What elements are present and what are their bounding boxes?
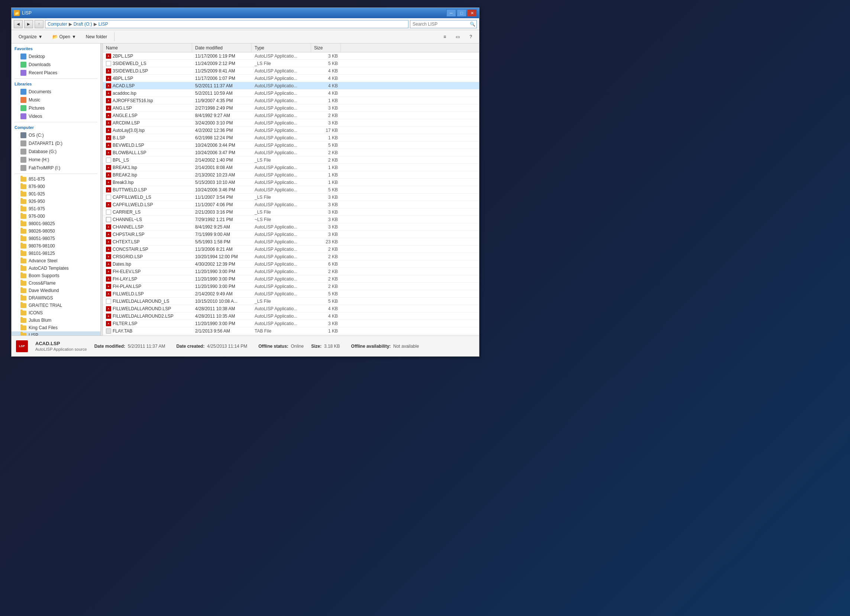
back-button[interactable]: ◀: [14, 20, 22, 28]
table-row[interactable]: A CHTEXT.LSP 5/5/1993 1:58 PM AutoLISP A…: [103, 238, 479, 245]
table-row[interactable]: A FH-LAY.LSP 11/20/1990 3:00 PM AutoLISP…: [103, 275, 479, 283]
sidebar-item-graitec[interactable]: GRAITEC TRIAL: [12, 302, 100, 309]
table-row[interactable]: A CHANNEL.LSP 8/4/1992 9:25 AM AutoLISP …: [103, 223, 479, 231]
table-row[interactable]: FLAY.TAB 2/1/2013 9:56 AM TAB File 1 KB: [103, 327, 479, 335]
sidebar-item-downloads[interactable]: Downloads: [12, 61, 100, 69]
organize-button[interactable]: Organize ▼: [15, 31, 47, 42]
sidebar-item-98001[interactable]: 98001-98025: [12, 220, 100, 227]
table-row[interactable]: A BEVWELD.LSP 10/24/2006 3:44 PM AutoLIS…: [103, 142, 479, 149]
minimize-button[interactable]: ─: [446, 9, 456, 17]
sidebar-item-datapart1[interactable]: DATAPART1 (D:): [12, 139, 100, 148]
table-row[interactable]: CHANNEL~LS 7/29/1992 1:21 PM ~LS File 3 …: [103, 216, 479, 223]
sidebar-item-julius-blum[interactable]: Julius Blum: [12, 317, 100, 324]
new-folder-button[interactable]: New folder: [82, 31, 111, 42]
table-row[interactable]: A Break3.lsp 5/15/2003 10:10 AM AutoLISP…: [103, 179, 479, 186]
table-row[interactable]: A FILLWELDALLAROUND.LSP 4/28/2011 10:38 …: [103, 305, 479, 312]
table-row[interactable]: A FH-PLAN.LSP 11/20/1990 3:00 PM AutoLIS…: [103, 283, 479, 290]
table-row[interactable]: A ANGLE.LSP 8/4/1992 9:27 AM AutoLISP Ap…: [103, 112, 479, 119]
col-header-date[interactable]: Date modified: [192, 43, 251, 52]
sidebar-item-951[interactable]: 951-975: [12, 205, 100, 212]
table-row[interactable]: FILLWELDALLAROUND_LS 10/15/2010 10:08 A.…: [103, 298, 479, 305]
sidebar-item-videos[interactable]: Videos: [12, 112, 100, 120]
table-row[interactable]: 3SIDEWELD_LS 11/24/2009 2:12 PM _LS File…: [103, 60, 479, 67]
sidebar-item-drawings[interactable]: DRAWINGS: [12, 294, 100, 302]
forward-button[interactable]: ▶: [24, 20, 33, 28]
sidebar-computer-header[interactable]: Computer: [12, 124, 100, 131]
search-icon[interactable]: 🔍: [470, 22, 475, 27]
sidebar-item-advance-steel[interactable]: Advance Steel: [12, 257, 100, 265]
table-row[interactable]: A 2BPL.LSP 11/17/2006 1:19 PM AutoLISP A…: [103, 52, 479, 60]
table-row[interactable]: A CHPSTAIR.LSP 7/1/1999 9:00 AM AutoLISP…: [103, 231, 479, 238]
table-row[interactable]: A FILTER.LSP 11/20/1990 3:00 PM AutoLISP…: [103, 320, 479, 327]
sidebar-item-music[interactable]: Music: [12, 96, 100, 104]
sidebar-item-icons[interactable]: ICONS: [12, 309, 100, 317]
table-row[interactable]: A 4BPL.LSP 11/17/2006 1:07 PM AutoLISP A…: [103, 75, 479, 82]
sidebar-item-desktop[interactable]: Desktop: [12, 52, 100, 61]
open-dropdown-icon: ▼: [72, 34, 76, 39]
view-details-button[interactable]: ≡: [439, 31, 450, 42]
sidebar-item-926[interactable]: 926-950: [12, 198, 100, 205]
sidebar-item-lisp[interactable]: LISP: [12, 331, 100, 335]
table-row[interactable]: A B.LSP 6/2/1998 12:24 PM AutoLISP Appli…: [103, 134, 479, 142]
sidebar-item-98076[interactable]: 98076-98100: [12, 242, 100, 250]
sidebar-item-recent[interactable]: Recent Places: [12, 69, 100, 77]
sidebar-libraries-header[interactable]: Libraries: [12, 80, 100, 88]
table-row[interactable]: A AJROFFSET516.lsp 11/9/2007 4:35 PM Aut…: [103, 97, 479, 105]
address-path[interactable]: Computer ▶ Draft (O:) ▶ LISP: [45, 20, 409, 28]
table-row[interactable]: A acaddoc.lsp 5/2/2011 10:59 AM AutoLISP…: [103, 90, 479, 97]
file-name-cell: A CHPSTAIR.LSP: [103, 232, 192, 237]
sidebar-item-database[interactable]: Database (G:): [12, 148, 100, 155]
table-row[interactable]: A FILLWELDALLAROUND2.LSP 4/28/2011 10:35…: [103, 312, 479, 320]
sidebar-item-documents[interactable]: Documents: [12, 88, 100, 96]
sidebar-item-901[interactable]: 901-925: [12, 190, 100, 198]
path-draft[interactable]: Draft (O:): [73, 22, 92, 27]
table-row[interactable]: A BREAK2.lsp 2/13/2002 10:23 AM AutoLISP…: [103, 171, 479, 179]
search-input[interactable]: [410, 20, 477, 28]
table-row[interactable]: A FILLWELD.LSP 2/14/2002 9:49 AM AutoLIS…: [103, 290, 479, 298]
sidebar-item-851[interactable]: 851-875: [12, 175, 100, 183]
table-row[interactable]: A 3SIDEWELD.LSP 11/25/2009 8:41 AM AutoL…: [103, 67, 479, 75]
table-row[interactable]: A Dates.lsp 4/30/2002 12:39 PM AutoLISP …: [103, 260, 479, 268]
table-row[interactable]: A CAPFILLWELD.LSP 11/1/2007 4:06 PM Auto…: [103, 201, 479, 208]
table-row[interactable]: A ANG.LSP 2/27/1998 2:49 PM AutoLISP App…: [103, 105, 479, 112]
open-button[interactable]: 📂 Open ▼: [48, 31, 80, 42]
sidebar-favorites-header[interactable]: Favorites: [12, 45, 100, 52]
up-button[interactable]: ↑: [34, 20, 43, 28]
help-button[interactable]: ?: [465, 31, 476, 42]
sidebar-item-fabtrol[interactable]: FabTrolMRP (I:): [12, 164, 100, 172]
sidebar-item-dave[interactable]: Dave Wiedlund: [12, 287, 100, 294]
table-row[interactable]: A ACAD.LSP 5/2/2011 11:37 AM AutoLISP Ap…: [103, 82, 479, 90]
col-header-type[interactable]: Type: [251, 43, 311, 52]
table-row[interactable]: A FH-ELEV.LSP 11/20/1990 3:00 PM AutoLIS…: [103, 268, 479, 275]
sidebar-item-pictures[interactable]: Pictures: [12, 104, 100, 112]
table-row[interactable]: A AutoLay[3.0].lsp 4/2/2002 12:36 PM Aut…: [103, 127, 479, 134]
sidebar-item-king-cad[interactable]: King Cad Files: [12, 324, 100, 331]
path-computer[interactable]: Computer: [48, 22, 67, 27]
table-row[interactable]: CARRIER_LS 2/21/2003 3:16 PM _LS File 3 …: [103, 208, 479, 216]
table-row[interactable]: A BUTTWELD.LSP 10/24/2006 3:46 PM AutoLI…: [103, 186, 479, 194]
table-row[interactable]: A CRSGRID.LSP 10/20/1994 12:00 PM AutoLI…: [103, 253, 479, 260]
sidebar-item-cross-flame[interactable]: Cross&Flame: [12, 280, 100, 287]
folder-98051-icon: [21, 236, 26, 241]
table-row[interactable]: A BREAK1.lsp 2/14/2001 8:08 AM AutoLISP …: [103, 164, 479, 171]
sidebar-item-home[interactable]: Home (H:): [12, 155, 100, 164]
sidebar-item-98026[interactable]: 98026-98050: [12, 227, 100, 235]
path-lisp[interactable]: LISP: [99, 22, 108, 27]
table-row[interactable]: A CONCSTAIR.LSP 11/3/2006 8:21 AM AutoLI…: [103, 245, 479, 253]
sidebar-item-976[interactable]: 976-000: [12, 212, 100, 220]
sidebar-item-98101[interactable]: 98101-98125: [12, 250, 100, 257]
sidebar-item-autocad-templates[interactable]: AutoCAD Templates: [12, 265, 100, 272]
close-button[interactable]: ✕: [467, 9, 477, 17]
col-header-name[interactable]: Name: [103, 43, 192, 52]
col-header-size[interactable]: Size: [311, 43, 341, 52]
maximize-button[interactable]: □: [457, 9, 467, 17]
sidebar-item-osc[interactable]: OS (C:): [12, 131, 100, 139]
table-row[interactable]: A ARCDIM.LSP 3/24/2000 3:10 PM AutoLISP …: [103, 119, 479, 127]
table-row[interactable]: CAPFILLWELD_LS 11/1/2007 3:54 PM _LS Fil…: [103, 194, 479, 201]
sidebar-item-boom-supports[interactable]: Boom Supports: [12, 272, 100, 280]
sidebar-item-876[interactable]: 876-900: [12, 183, 100, 190]
table-row[interactable]: BPL_LS 2/14/2002 1:40 PM _LS File 2 KB: [103, 156, 479, 164]
sidebar-item-98051[interactable]: 98051-98075: [12, 235, 100, 242]
view-preview-button[interactable]: ▭: [452, 31, 464, 42]
table-row[interactable]: A BLOWBALL.LSP 10/24/2006 3:47 PM AutoLI…: [103, 149, 479, 156]
